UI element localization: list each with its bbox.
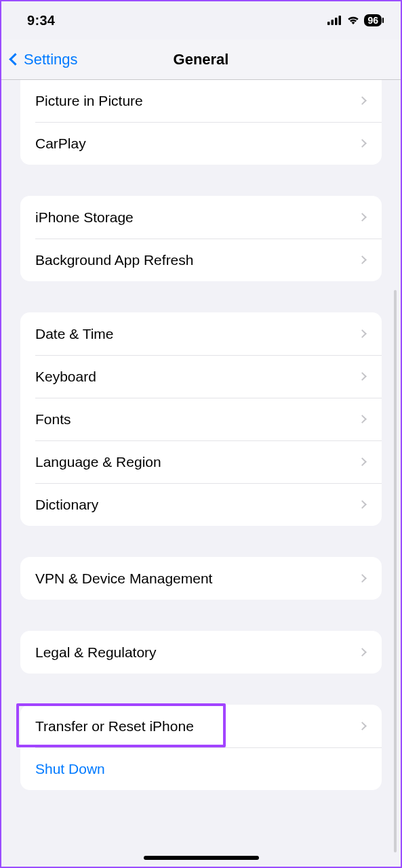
row-picture-in-picture[interactable]: Picture in Picture <box>20 80 382 122</box>
cellular-signal-icon <box>327 16 342 25</box>
svg-rect-2 <box>335 18 338 25</box>
chevron-right-icon <box>358 213 367 222</box>
settings-group-vpn: VPN & Device Management <box>20 557 382 600</box>
settings-group-storage: iPhone StorageBackground App Refresh <box>20 196 382 281</box>
row-label: Language & Region <box>35 454 359 470</box>
chevron-right-icon <box>358 139 367 148</box>
row-label: Date & Time <box>35 326 359 342</box>
row-keyboard[interactable]: Keyboard <box>20 355 382 398</box>
row-label: Shut Down <box>35 761 368 777</box>
chevron-right-icon <box>358 415 367 423</box>
chevron-right-icon <box>358 574 367 583</box>
row-label: Legal & Regulatory <box>35 644 359 661</box>
row-label: iPhone Storage <box>35 209 359 226</box>
row-iphone-storage[interactable]: iPhone Storage <box>20 196 382 239</box>
wifi-icon <box>346 16 360 25</box>
settings-group-pip: Picture in PictureCarPlay <box>20 80 382 165</box>
status-bar: 9:34 96 <box>1 1 401 39</box>
scrollbar[interactable] <box>394 290 397 852</box>
back-button[interactable]: Settings <box>11 51 78 68</box>
svg-rect-1 <box>331 20 334 25</box>
row-label: Keyboard <box>35 369 359 385</box>
row-language-region[interactable]: Language & Region <box>20 440 382 483</box>
chevron-right-icon <box>358 96 367 105</box>
row-carplay[interactable]: CarPlay <box>20 122 382 165</box>
chevron-right-icon <box>358 722 367 730</box>
back-label: Settings <box>24 51 78 68</box>
chevron-right-icon <box>358 372 367 381</box>
page-title: General <box>174 51 229 68</box>
chevron-right-icon <box>358 457 367 466</box>
settings-group-datetime: Date & TimeKeyboardFontsLanguage & Regio… <box>20 312 382 526</box>
nav-bar: Settings General <box>1 39 401 80</box>
status-right: 96 <box>327 14 382 26</box>
status-time: 9:34 <box>27 13 55 28</box>
chevron-left-icon <box>9 53 21 65</box>
row-transfer-reset[interactable]: Transfer or Reset iPhone <box>20 705 382 747</box>
home-indicator[interactable] <box>144 856 259 860</box>
svg-rect-3 <box>339 16 342 25</box>
chevron-right-icon <box>358 255 367 264</box>
row-shut-down[interactable]: Shut Down <box>20 747 382 790</box>
row-date-time[interactable]: Date & Time <box>20 312 382 355</box>
chevron-right-icon <box>358 329 367 338</box>
row-label: Fonts <box>35 411 359 428</box>
chevron-right-icon <box>358 648 367 657</box>
row-label: VPN & Device Management <box>35 571 359 587</box>
row-legal-regulatory[interactable]: Legal & Regulatory <box>20 631 382 674</box>
svg-rect-0 <box>327 22 330 25</box>
row-background-app-refresh[interactable]: Background App Refresh <box>20 239 382 281</box>
row-fonts[interactable]: Fonts <box>20 398 382 440</box>
settings-group-reset: Transfer or Reset iPhoneShut Down <box>20 705 382 790</box>
settings-group-legal: Legal & Regulatory <box>20 631 382 674</box>
row-label: Background App Refresh <box>35 252 359 268</box>
chevron-right-icon <box>358 500 367 509</box>
row-label: CarPlay <box>35 136 359 152</box>
row-dictionary[interactable]: Dictionary <box>20 483 382 526</box>
row-label: Picture in Picture <box>35 93 359 109</box>
row-vpn-device-management[interactable]: VPN & Device Management <box>20 557 382 600</box>
row-label: Dictionary <box>35 497 359 513</box>
row-label: Transfer or Reset iPhone <box>35 718 359 735</box>
battery-icon: 96 <box>364 14 382 26</box>
